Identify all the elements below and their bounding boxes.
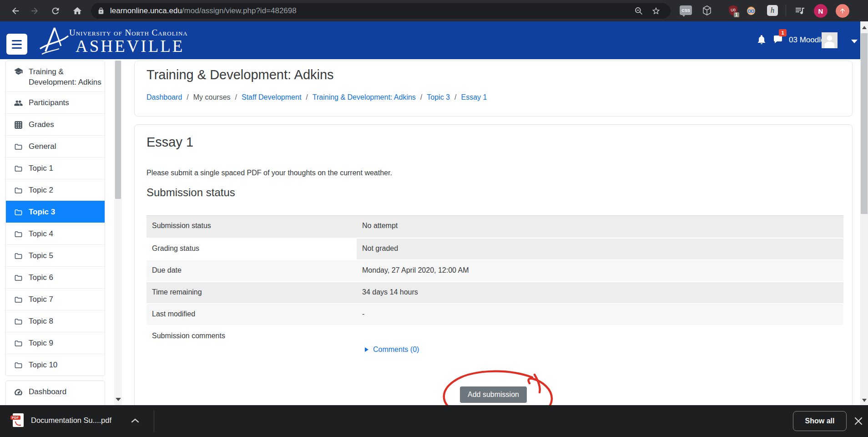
sidebar-item-topic-8[interactable]: Topic 8 [6,310,105,332]
back-icon[interactable] [10,5,21,17]
browser-profile-avatar[interactable]: N [814,4,828,18]
sidebar-item-topic-5[interactable]: Topic 5 [6,244,105,266]
row-value: No attempt [357,216,843,238]
page-scrollbar-thumb[interactable] [861,33,868,214]
screen: learnonline.unca.edu/mod/assign/view.php… [0,0,868,437]
assignment-title: Essay 1 [146,135,840,150]
forward-icon[interactable] [29,5,40,17]
table-row: Due date Monday, 27 April 2020, 12:00 AM [146,259,843,281]
sidebar-item-label: Topic 9 [29,339,53,348]
breadcrumb-staff-development[interactable]: Staff Development [242,93,301,102]
row-value: - [357,304,843,325]
notifications-bell-icon[interactable] [756,34,767,45]
sidebar-item-topic-10[interactable]: Topic 10 [6,354,105,376]
breadcrumb-topic-3[interactable]: Topic 3 [427,93,450,102]
sidebar-item-label: Topic 6 [29,273,53,282]
sidebar-item-dashboard[interactable]: Dashboard [6,381,105,403]
svg-text:U0: U0 [731,8,736,12]
downloads-separator [154,410,154,432]
reload-icon[interactable] [50,5,61,17]
row-label: Grading status [146,239,357,259]
sidebar-item-course[interactable]: Training & Development: Adkins [6,61,105,91]
breadcrumb-separator: / [187,93,188,102]
folder-icon [14,361,23,370]
sidebar-item-topic-7[interactable]: Topic 7 [6,288,105,310]
folder-icon [14,295,23,304]
row-value: Monday, 27 April 2020, 12:00 AM [357,260,843,281]
user-menu-caret-icon[interactable] [851,40,858,43]
breadcrumb-separator: / [306,93,308,102]
table-row: Submission comments Comments (0) [146,325,843,364]
sidebar-item-label: Participants [29,98,69,107]
extension-h-icon[interactable]: h [767,5,778,16]
assignment-card: Essay 1 Please submit a single spaced PD… [134,124,853,437]
comments-link[interactable]: Comments (0) [365,346,838,354]
browser-update-icon[interactable] [836,4,849,18]
breadcrumb-essay-1[interactable]: Essay 1 [461,93,487,102]
zoom-out-icon[interactable] [633,5,644,16]
sidebar-item-topic-9[interactable]: Topic 9 [6,332,105,354]
sidebar-item-label: Topic 5 [29,251,53,260]
breadcrumb-my-courses: My courses [193,93,231,102]
add-submission-button[interactable]: Add submission [460,386,527,403]
folder-icon [14,142,23,151]
messages-badge: 1 [779,29,787,36]
bookmark-star-icon[interactable] [651,5,661,16]
breadcrumb-course[interactable]: Training & Development: Adkins [313,93,416,102]
submission-status-heading: Submission status [146,186,840,199]
lock-icon[interactable] [97,7,105,15]
extension-css-icon[interactable]: CSS [680,5,692,15]
close-downloads-bar-icon[interactable] [853,416,864,427]
sidebar-item-label: Topic 2 [29,186,53,195]
home-icon[interactable] [71,5,83,17]
extension-cube-icon[interactable] [701,5,712,16]
show-all-downloads-button[interactable]: Show all [793,411,847,431]
downloaded-file-name[interactable]: Documentation Su....pdf [31,416,111,425]
sidebar-item-participants[interactable]: Participants [6,91,105,113]
sidebar-item-topic-6[interactable]: Topic 6 [6,266,105,288]
sidebar-item-label: Topic 7 [29,295,53,304]
grades-grid-icon [14,121,23,129]
table-row: Grading status Not graded [146,238,843,259]
download-menu-caret-icon[interactable] [131,417,139,425]
sidebar-item-label: Grades [29,120,54,129]
pdf-file-icon[interactable]: PDF [13,413,24,427]
brand-line2: ASHEVILLE [76,36,184,56]
playlist-icon[interactable] [794,5,805,16]
page-scroll-down-arrow-icon[interactable] [862,399,867,402]
table-row: Last modified - [146,303,843,325]
moodle-header: University of North Carolina ASHEVILLE 1… [0,21,868,59]
sidebar-item-grades[interactable]: Grades [6,113,105,135]
breadcrumb-separator: / [420,93,422,102]
sidebar-item-topic-1[interactable]: Topic 1 [6,157,105,179]
unca-logo-icon[interactable] [39,25,69,58]
sidebar-scrollbar-thumb[interactable] [115,61,121,199]
graduation-cap-icon [14,67,23,76]
sidebar-item-label: Topic 10 [29,361,57,370]
sidebar-item-label: Training & Development: Adkins [29,66,105,87]
sidebar-item-topic-3[interactable]: Topic 3 [6,201,105,223]
hamburger-menu-button[interactable] [6,34,27,55]
user-avatar[interactable] [822,32,838,48]
row-label: Submission status [146,216,357,238]
page-scroll-up-arrow-icon[interactable] [862,26,867,29]
breadcrumb-dashboard[interactable]: Dashboard [146,93,182,102]
address-bar[interactable]: learnonline.unca.edu/mod/assign/view.php… [91,3,671,19]
sidebar-item-label: Topic 8 [29,317,53,326]
user-label: 03 Moodle [789,36,825,45]
sidebar-scroll-down-arrow-icon[interactable] [116,398,121,401]
sidebar-item-topic-4[interactable]: Topic 4 [6,223,105,244]
folder-icon [14,339,23,348]
course-header-card: Training & Development: Adkins Dashboard… [134,61,853,117]
pdf-curl-decoration [15,422,21,426]
folder-icon [14,208,23,217]
sidebar-item-label: General [29,142,56,151]
sidebar-item-general[interactable]: General [6,135,105,157]
url-text: learnonline.unca.edu/mod/assign/view.php… [110,6,297,15]
folder-icon [14,164,23,173]
sidebar-item-topic-2[interactable]: Topic 2 [6,179,105,201]
sidebar-item-label: Topic 3 [29,208,55,217]
breadcrumb-separator: / [235,93,237,102]
extension-shield-icon[interactable]: U0 1 [727,5,739,16]
extension-avatar-icon[interactable] [746,5,757,16]
